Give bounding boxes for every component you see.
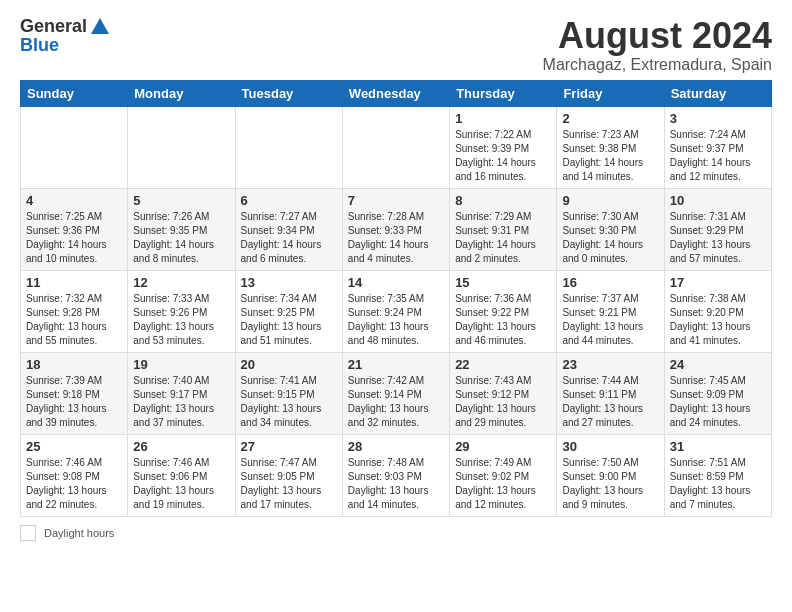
- calendar-week-row: 1Sunrise: 7:22 AM Sunset: 9:39 PM Daylig…: [21, 106, 772, 188]
- day-info: Sunrise: 7:39 AM Sunset: 9:18 PM Dayligh…: [26, 374, 122, 430]
- calendar-cell: 7Sunrise: 7:28 AM Sunset: 9:33 PM Daylig…: [342, 188, 449, 270]
- day-number: 29: [455, 439, 551, 454]
- day-info: Sunrise: 7:33 AM Sunset: 9:26 PM Dayligh…: [133, 292, 229, 348]
- footer: Daylight hours: [20, 525, 772, 541]
- day-info: Sunrise: 7:40 AM Sunset: 9:17 PM Dayligh…: [133, 374, 229, 430]
- calendar-cell: 29Sunrise: 7:49 AM Sunset: 9:02 PM Dayli…: [450, 434, 557, 516]
- header: General Blue August 2024 Marchagaz, Extr…: [20, 16, 772, 74]
- calendar-day-header: Wednesday: [342, 80, 449, 106]
- day-info: Sunrise: 7:37 AM Sunset: 9:21 PM Dayligh…: [562, 292, 658, 348]
- day-number: 5: [133, 193, 229, 208]
- day-info: Sunrise: 7:27 AM Sunset: 9:34 PM Dayligh…: [241, 210, 337, 266]
- calendar-cell: 16Sunrise: 7:37 AM Sunset: 9:21 PM Dayli…: [557, 270, 664, 352]
- logo: General Blue: [20, 16, 111, 56]
- main-title: August 2024: [543, 16, 772, 56]
- title-block: August 2024 Marchagaz, Extremadura, Spai…: [543, 16, 772, 74]
- day-info: Sunrise: 7:34 AM Sunset: 9:25 PM Dayligh…: [241, 292, 337, 348]
- day-number: 16: [562, 275, 658, 290]
- day-number: 12: [133, 275, 229, 290]
- day-number: 4: [26, 193, 122, 208]
- day-info: Sunrise: 7:41 AM Sunset: 9:15 PM Dayligh…: [241, 374, 337, 430]
- day-info: Sunrise: 7:30 AM Sunset: 9:30 PM Dayligh…: [562, 210, 658, 266]
- day-info: Sunrise: 7:28 AM Sunset: 9:33 PM Dayligh…: [348, 210, 444, 266]
- day-number: 23: [562, 357, 658, 372]
- day-info: Sunrise: 7:51 AM Sunset: 8:59 PM Dayligh…: [670, 456, 766, 512]
- calendar-cell: 15Sunrise: 7:36 AM Sunset: 9:22 PM Dayli…: [450, 270, 557, 352]
- day-number: 7: [348, 193, 444, 208]
- day-number: 18: [26, 357, 122, 372]
- calendar-cell: 24Sunrise: 7:45 AM Sunset: 9:09 PM Dayli…: [664, 352, 771, 434]
- calendar-cell: 31Sunrise: 7:51 AM Sunset: 8:59 PM Dayli…: [664, 434, 771, 516]
- daylight-label: Daylight hours: [44, 527, 114, 539]
- calendar-day-header: Thursday: [450, 80, 557, 106]
- daylight-box: [20, 525, 36, 541]
- calendar-cell: 13Sunrise: 7:34 AM Sunset: 9:25 PM Dayli…: [235, 270, 342, 352]
- calendar-day-header: Sunday: [21, 80, 128, 106]
- day-info: Sunrise: 7:23 AM Sunset: 9:38 PM Dayligh…: [562, 128, 658, 184]
- day-info: Sunrise: 7:50 AM Sunset: 9:00 PM Dayligh…: [562, 456, 658, 512]
- day-number: 6: [241, 193, 337, 208]
- day-number: 2: [562, 111, 658, 126]
- calendar-cell: 3Sunrise: 7:24 AM Sunset: 9:37 PM Daylig…: [664, 106, 771, 188]
- calendar-day-header: Saturday: [664, 80, 771, 106]
- calendar-cell: 20Sunrise: 7:41 AM Sunset: 9:15 PM Dayli…: [235, 352, 342, 434]
- day-info: Sunrise: 7:35 AM Sunset: 9:24 PM Dayligh…: [348, 292, 444, 348]
- calendar-day-header: Monday: [128, 80, 235, 106]
- calendar-cell: 12Sunrise: 7:33 AM Sunset: 9:26 PM Dayli…: [128, 270, 235, 352]
- calendar-cell: 10Sunrise: 7:31 AM Sunset: 9:29 PM Dayli…: [664, 188, 771, 270]
- logo-general-text: General: [20, 17, 87, 37]
- day-number: 15: [455, 275, 551, 290]
- calendar-cell: 30Sunrise: 7:50 AM Sunset: 9:00 PM Dayli…: [557, 434, 664, 516]
- calendar-week-row: 25Sunrise: 7:46 AM Sunset: 9:08 PM Dayli…: [21, 434, 772, 516]
- day-info: Sunrise: 7:47 AM Sunset: 9:05 PM Dayligh…: [241, 456, 337, 512]
- day-number: 11: [26, 275, 122, 290]
- calendar-cell: 18Sunrise: 7:39 AM Sunset: 9:18 PM Dayli…: [21, 352, 128, 434]
- calendar-table: SundayMondayTuesdayWednesdayThursdayFrid…: [20, 80, 772, 517]
- day-info: Sunrise: 7:38 AM Sunset: 9:20 PM Dayligh…: [670, 292, 766, 348]
- calendar-week-row: 4Sunrise: 7:25 AM Sunset: 9:36 PM Daylig…: [21, 188, 772, 270]
- day-number: 30: [562, 439, 658, 454]
- day-info: Sunrise: 7:26 AM Sunset: 9:35 PM Dayligh…: [133, 210, 229, 266]
- calendar-cell: 25Sunrise: 7:46 AM Sunset: 9:08 PM Dayli…: [21, 434, 128, 516]
- day-info: Sunrise: 7:44 AM Sunset: 9:11 PM Dayligh…: [562, 374, 658, 430]
- day-number: 27: [241, 439, 337, 454]
- day-info: Sunrise: 7:49 AM Sunset: 9:02 PM Dayligh…: [455, 456, 551, 512]
- calendar-cell: 28Sunrise: 7:48 AM Sunset: 9:03 PM Dayli…: [342, 434, 449, 516]
- calendar-cell: 11Sunrise: 7:32 AM Sunset: 9:28 PM Dayli…: [21, 270, 128, 352]
- calendar-week-row: 18Sunrise: 7:39 AM Sunset: 9:18 PM Dayli…: [21, 352, 772, 434]
- day-number: 25: [26, 439, 122, 454]
- day-number: 13: [241, 275, 337, 290]
- day-number: 3: [670, 111, 766, 126]
- day-number: 17: [670, 275, 766, 290]
- calendar-cell: 19Sunrise: 7:40 AM Sunset: 9:17 PM Dayli…: [128, 352, 235, 434]
- calendar-cell: 14Sunrise: 7:35 AM Sunset: 9:24 PM Dayli…: [342, 270, 449, 352]
- day-number: 24: [670, 357, 766, 372]
- calendar-cell: 6Sunrise: 7:27 AM Sunset: 9:34 PM Daylig…: [235, 188, 342, 270]
- day-number: 26: [133, 439, 229, 454]
- day-number: 20: [241, 357, 337, 372]
- calendar-week-row: 11Sunrise: 7:32 AM Sunset: 9:28 PM Dayli…: [21, 270, 772, 352]
- calendar-cell: 9Sunrise: 7:30 AM Sunset: 9:30 PM Daylig…: [557, 188, 664, 270]
- calendar-day-header: Tuesday: [235, 80, 342, 106]
- calendar-cell: [21, 106, 128, 188]
- calendar-cell: 21Sunrise: 7:42 AM Sunset: 9:14 PM Dayli…: [342, 352, 449, 434]
- calendar-cell: 26Sunrise: 7:46 AM Sunset: 9:06 PM Dayli…: [128, 434, 235, 516]
- day-info: Sunrise: 7:46 AM Sunset: 9:08 PM Dayligh…: [26, 456, 122, 512]
- day-number: 1: [455, 111, 551, 126]
- day-info: Sunrise: 7:43 AM Sunset: 9:12 PM Dayligh…: [455, 374, 551, 430]
- calendar-cell: 1Sunrise: 7:22 AM Sunset: 9:39 PM Daylig…: [450, 106, 557, 188]
- day-info: Sunrise: 7:32 AM Sunset: 9:28 PM Dayligh…: [26, 292, 122, 348]
- calendar-header-row: SundayMondayTuesdayWednesdayThursdayFrid…: [21, 80, 772, 106]
- calendar-cell: 8Sunrise: 7:29 AM Sunset: 9:31 PM Daylig…: [450, 188, 557, 270]
- calendar-cell: 5Sunrise: 7:26 AM Sunset: 9:35 PM Daylig…: [128, 188, 235, 270]
- day-info: Sunrise: 7:42 AM Sunset: 9:14 PM Dayligh…: [348, 374, 444, 430]
- day-info: Sunrise: 7:48 AM Sunset: 9:03 PM Dayligh…: [348, 456, 444, 512]
- day-number: 9: [562, 193, 658, 208]
- day-info: Sunrise: 7:24 AM Sunset: 9:37 PM Dayligh…: [670, 128, 766, 184]
- calendar-day-header: Friday: [557, 80, 664, 106]
- day-info: Sunrise: 7:31 AM Sunset: 9:29 PM Dayligh…: [670, 210, 766, 266]
- day-number: 14: [348, 275, 444, 290]
- day-number: 8: [455, 193, 551, 208]
- calendar-cell: 23Sunrise: 7:44 AM Sunset: 9:11 PM Dayli…: [557, 352, 664, 434]
- page: General Blue August 2024 Marchagaz, Extr…: [0, 0, 792, 557]
